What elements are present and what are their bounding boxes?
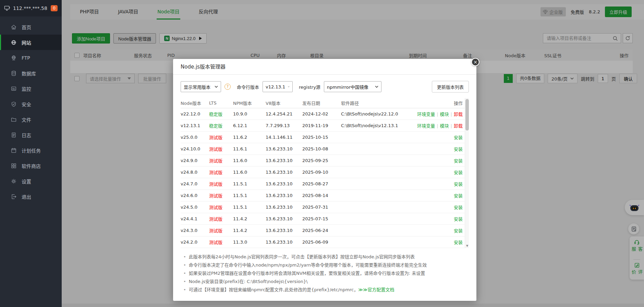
action-安装[interactable]: 安装	[454, 240, 463, 245]
update-version-list-button[interactable]: 更新版本列表	[432, 81, 469, 93]
bullet: •	[183, 279, 186, 284]
v8-cell: 7.7.299.13	[266, 123, 302, 128]
date-cell: 2025-06-09	[302, 240, 341, 245]
v8-cell: 13.6.233.10	[266, 228, 302, 233]
row-actions: 环境变量|模块|卸载	[411, 111, 463, 117]
table-scrollbar: ▼	[465, 98, 469, 248]
note-text: Node.js安装目录(prefix)在: C:\BtSoft\nodejs\{…	[189, 279, 308, 284]
lts-cell: 稳定版	[209, 111, 233, 117]
version-cell: v24.8.0	[181, 170, 209, 175]
npm-cell: 11.6.2	[233, 135, 266, 140]
action-安装[interactable]: 安装	[454, 182, 463, 187]
sidebar-item-日志[interactable]: 日志	[0, 127, 62, 143]
message-count-badge[interactable]: 0	[51, 5, 58, 11]
action-环境变量[interactable]: 环境变量	[417, 123, 435, 128]
action-安装[interactable]: 安装	[454, 228, 463, 233]
action-卸载[interactable]: 卸载	[454, 112, 463, 117]
node-version-table-header: Node版本LTSNPM版本V8版本发布日期软件路径操作	[181, 98, 469, 108]
lts-cell: 测试版	[209, 204, 233, 210]
v8-cell: 13.6.233.10	[266, 240, 302, 245]
sidebar-item-首页[interactable]: 首页	[0, 19, 62, 35]
node-version-row: v24.9.0测试版11.6.013.6.233.102025-09-25安装	[181, 155, 469, 167]
version-cell: v24.5.0	[181, 205, 209, 210]
action-安装[interactable]: 安装	[454, 193, 463, 198]
sidebar-item-网站[interactable]: 网站	[0, 35, 62, 50]
sidebar-item-文件[interactable]: 文件	[0, 112, 62, 127]
sidebar-item-监控[interactable]: 监控	[0, 81, 62, 96]
row-actions: 安装	[411, 181, 463, 187]
app-window: 112.***.***.58 0 首页网站FTP数据库监控安全文件日志计划任务软…	[0, 0, 644, 307]
note-text: 命令行版本决定了在命令行中输入node/npm/npx/pm2/yarn等命令使…	[189, 262, 427, 268]
action-模块[interactable]: 模块	[440, 123, 449, 128]
sidebar-item-label: 数据库	[22, 70, 36, 77]
chevron-down-icon	[288, 86, 290, 88]
date-cell: 2025-10-15	[302, 135, 341, 140]
action-环境变量[interactable]: 环境变量	[417, 112, 435, 117]
action-安装[interactable]: 安装	[454, 217, 463, 222]
action-模块[interactable]: 模块	[440, 112, 449, 117]
lts-cell: 测试版	[209, 192, 233, 199]
row-actions: 安装	[411, 227, 463, 234]
node-version-row: v22.12.0稳定版10.9.012.4.254.212024-12-02C:…	[181, 108, 469, 120]
npm-cell: 11.5.1	[233, 193, 266, 198]
npm-cell: 11.5.1	[233, 205, 266, 210]
column-header: 操作	[411, 100, 463, 106]
sidebar-item-退出[interactable]: 退出	[0, 189, 62, 204]
help-icon[interactable]: ?	[224, 84, 231, 90]
npm-cell: 11.4.2	[233, 228, 266, 233]
node-version-table: Node版本LTSNPM版本V8版本发布日期软件路径操作 v22.12.0稳定版…	[181, 98, 469, 248]
sidebar-item-计划任务[interactable]: 计划任务	[0, 143, 62, 158]
modal-controls: 显示常用版本 ? 命令行版本 v12.13.1 registry源 npmmir…	[173, 75, 476, 93]
action-卸载[interactable]: 卸载	[454, 123, 463, 128]
node-version-row: v24.6.0测试版11.5.113.6.233.102025-08-14安装	[181, 190, 469, 201]
action-安装[interactable]: 安装	[454, 205, 463, 210]
column-header: NPM版本	[233, 100, 266, 106]
row-actions: 安装	[411, 204, 463, 210]
row-actions: 安装	[411, 146, 463, 152]
scrollbar-down-arrow[interactable]: ▼	[465, 244, 469, 247]
action-安装[interactable]: 安装	[454, 158, 463, 163]
node-version-row: v24.3.0测试版11.4.213.6.233.102025-06-24安装	[181, 225, 469, 236]
npm-cell: 11.5.1	[233, 181, 266, 186]
note-item: •可通过【环境变量】按钮来编辑npmrc配置文件,此处修改的是{prefix}/…	[183, 286, 466, 294]
sidebar-item-安全[interactable]: 安全	[0, 96, 62, 112]
node-version-row: v24.4.1测试版11.4.213.6.233.102025-07-15安装	[181, 213, 469, 225]
registry-select[interactable]: npmmirror中国镜像	[324, 81, 381, 92]
grid-icon	[11, 163, 17, 169]
version-cell: v24.3.0	[181, 228, 209, 233]
action-安装[interactable]: 安装	[454, 147, 463, 152]
official-docs-link[interactable]: ≫≫官方配置文档	[358, 287, 394, 292]
version-filter-select[interactable]: 显示常用版本	[181, 81, 221, 92]
v8-cell: 14.1.146.11	[266, 135, 302, 140]
row-actions: 安装	[411, 216, 463, 222]
divider: |	[437, 123, 438, 128]
column-header: 软件路径	[341, 100, 411, 106]
sidebar-item-label: 退出	[22, 193, 31, 200]
v8-cell: 13.6.233.10	[266, 181, 302, 186]
logout-icon	[11, 194, 17, 200]
v8-cell: 13.6.233.10	[266, 205, 302, 210]
sidebar-item-设置[interactable]: 设置	[0, 173, 62, 189]
sidebar-item-FTP[interactable]: FTP	[0, 50, 62, 65]
scrollbar-thumb[interactable]	[465, 99, 469, 131]
registry-label: registry源	[299, 84, 320, 90]
sidebar-item-数据库[interactable]: 数据库	[0, 65, 62, 81]
bullet: •	[183, 271, 186, 276]
action-安装[interactable]: 安装	[454, 135, 463, 140]
lts-cell: 稳定版	[209, 122, 233, 129]
sidebar-item-label: 网站	[22, 39, 31, 46]
lts-cell: 测试版	[209, 157, 233, 164]
lts-cell: 测试版	[209, 216, 233, 222]
sidebar-item-软件商店[interactable]: 软件商店	[0, 158, 62, 173]
date-cell: 2025-10-08	[302, 146, 341, 151]
path-cell: C:\BtSoft\nodejs\v12.13.1	[341, 123, 411, 128]
bullet: •	[183, 287, 186, 292]
action-安装[interactable]: 安装	[454, 170, 463, 175]
date-cell: 2025-09-10	[302, 170, 341, 175]
cli-version-select[interactable]: v12.13.1	[263, 81, 293, 92]
v8-cell: 13.6.233.10	[266, 170, 302, 175]
server-info[interactable]: 112.***.***.58 0	[0, 0, 62, 16]
npm-cell: 11.4.2	[233, 216, 266, 221]
column-header: V8版本	[266, 100, 302, 106]
modal-close-button[interactable]: ×	[471, 58, 479, 66]
